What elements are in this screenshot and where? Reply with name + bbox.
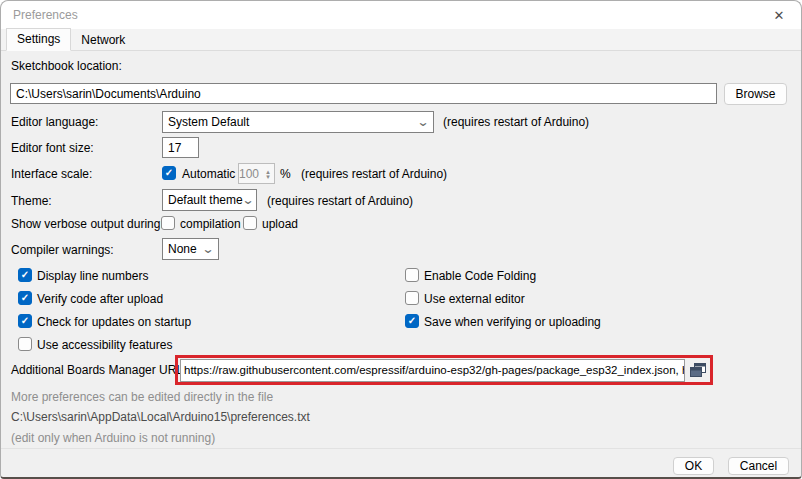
enable-code-folding-checkbox[interactable]: ✓ xyxy=(405,268,419,282)
use-external-editor-checkbox[interactable]: ✓ xyxy=(405,291,419,305)
save-when-verifying-checkbox[interactable]: ✓ xyxy=(405,314,419,328)
title-bar: Preferences ✕ xyxy=(1,1,801,29)
interface-scale-note: (requires restart of Arduino) xyxy=(301,167,447,182)
ok-button[interactable]: OK xyxy=(673,457,714,475)
scale-value-stepper[interactable]: 100 ▴ ▾ xyxy=(238,163,275,184)
editor-language-value: System Default xyxy=(168,115,249,129)
save-when-verifying-label: Save when verifying or uploading xyxy=(424,315,601,330)
sketchbook-location-input[interactable]: C:\Users\sarin\Documents\Arduino xyxy=(10,83,717,104)
accessibility-features-label: Use accessibility features xyxy=(37,338,172,353)
boards-manager-urls-label: Additional Boards Manager URLs: xyxy=(11,363,192,378)
scale-value: 100 xyxy=(239,164,262,183)
automatic-scale-checkbox-label: Automatic xyxy=(182,167,235,182)
check-icon: ✓ xyxy=(21,293,29,303)
boards-manager-urls-input[interactable]: https://raw.githubusercontent.com/espres… xyxy=(180,359,685,382)
verify-code-after-upload-label: Verify code after upload xyxy=(37,292,163,307)
browse-button[interactable]: Browse xyxy=(724,83,787,105)
editor-language-note: (requires restart of Arduino) xyxy=(443,115,589,130)
automatic-scale-checkbox[interactable]: ✓ xyxy=(162,166,176,180)
sketchbook-location-label: Sketchbook location: xyxy=(11,59,122,74)
verify-code-after-upload-checkbox[interactable]: ✓ xyxy=(18,291,32,305)
check-updates-startup-label: Check for updates on startup xyxy=(37,315,191,330)
accessibility-features-checkbox[interactable]: ✓ xyxy=(18,337,32,351)
interface-scale-label: Interface scale: xyxy=(11,167,92,182)
check-icon: ✓ xyxy=(21,316,29,326)
theme-select[interactable]: Default theme ⌄ xyxy=(162,189,257,211)
edit-warning-text: (edit only when Arduino is not running) xyxy=(11,431,215,446)
stepper-down-icon[interactable]: ▾ xyxy=(266,174,270,179)
tab-settings[interactable]: Settings xyxy=(6,28,71,51)
footer-divider xyxy=(1,448,801,449)
display-line-numbers-label: Display line numbers xyxy=(37,269,148,284)
compiler-warnings-select[interactable]: None ⌄ xyxy=(162,238,219,260)
check-updates-startup-checkbox[interactable]: ✓ xyxy=(18,314,32,328)
display-line-numbers-checkbox[interactable]: ✓ xyxy=(18,268,32,282)
editor-font-size-label: Editor font size: xyxy=(11,141,94,156)
check-icon: ✓ xyxy=(21,270,29,280)
check-icon: ✓ xyxy=(408,316,416,326)
theme-note: (requires restart of Arduino) xyxy=(267,194,413,209)
enable-code-folding-label: Enable Code Folding xyxy=(424,269,536,284)
editor-font-size-input[interactable]: 17 xyxy=(162,137,199,158)
chevron-down-icon: ⌄ xyxy=(241,195,254,205)
dialog-title: Preferences xyxy=(13,8,78,22)
editor-language-select[interactable]: System Default ⌄ xyxy=(162,111,434,133)
use-external-editor-label: Use external editor xyxy=(424,292,525,307)
scale-unit: % xyxy=(280,167,291,182)
chevron-down-icon: ⌄ xyxy=(201,244,214,254)
compiler-warnings-label: Compiler warnings: xyxy=(11,243,114,258)
close-icon[interactable]: ✕ xyxy=(769,5,789,25)
more-preferences-text: More preferences can be edited directly … xyxy=(11,390,273,405)
tab-network[interactable]: Network xyxy=(71,30,135,51)
theme-value: Default theme xyxy=(168,193,243,207)
verbose-compilation-checkbox[interactable]: ✓ xyxy=(161,216,175,230)
stepper-arrows-icon[interactable]: ▴ ▾ xyxy=(262,164,274,183)
boards-manager-highlight-annotation: https://raw.githubusercontent.com/espres… xyxy=(175,355,713,385)
verbose-output-label: Show verbose output during: xyxy=(11,217,164,232)
verbose-compilation-label: compilation xyxy=(180,217,241,232)
copy-windows-icon xyxy=(690,363,706,378)
verbose-upload-checkbox[interactable]: ✓ xyxy=(243,216,257,230)
open-urls-editor-button[interactable] xyxy=(687,360,708,381)
compiler-warnings-value: None xyxy=(168,242,197,256)
chevron-down-icon: ⌄ xyxy=(416,117,429,127)
editor-language-label: Editor language: xyxy=(11,115,98,130)
check-icon: ✓ xyxy=(165,168,173,178)
preferences-dialog: Preferences ✕ Settings Network Sketchboo… xyxy=(0,0,802,479)
theme-label: Theme: xyxy=(11,194,52,209)
verbose-upload-label: upload xyxy=(262,217,298,232)
preferences-file-path: C:\Users\sarin\AppData\Local\Arduino15\p… xyxy=(11,410,310,425)
cancel-button[interactable]: Cancel xyxy=(728,457,789,475)
tab-bar: Settings Network xyxy=(1,29,801,51)
